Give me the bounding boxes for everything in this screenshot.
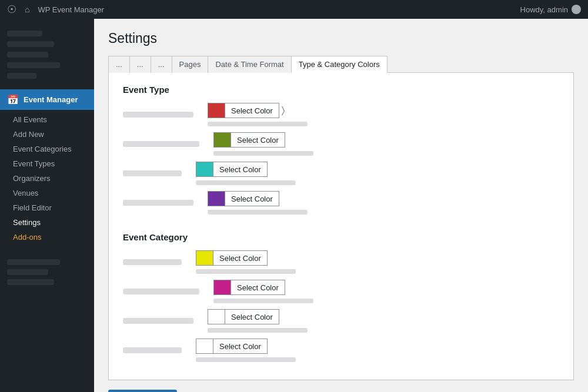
- select-color-btn-cat-2[interactable]: Select Color: [225, 309, 279, 324]
- tab-1[interactable]: ...: [129, 56, 151, 73]
- event-category-row-3: Select Color: [123, 339, 559, 362]
- tab-2[interactable]: ...: [151, 56, 172, 73]
- tab-date-time-format[interactable]: Date & Time Format: [208, 56, 291, 73]
- sidebar-item-organizers[interactable]: Organizers: [0, 171, 94, 186]
- event-type-color-control-1: Select Color: [213, 132, 313, 156]
- event-type-color-control-0: Select Color 〉: [208, 103, 308, 126]
- event-type-label-2: [123, 170, 182, 176]
- main-content: Settings ... ... ... Pages Date & Time F…: [94, 19, 588, 392]
- color-swatch-cat-0[interactable]: [196, 250, 213, 266]
- event-category-section: Event Category Select Color: [123, 232, 559, 362]
- home-icon[interactable]: ⌂: [25, 5, 29, 14]
- color-swatch-0[interactable]: [208, 103, 225, 118]
- color-value-placeholder-0: [208, 122, 308, 126]
- event-category-row-0: Select Color: [123, 250, 559, 274]
- select-color-btn-cat-1[interactable]: Select Color: [231, 280, 285, 295]
- event-type-row-2: Select Color: [123, 162, 559, 185]
- user-avatar-icon: [572, 5, 581, 14]
- event-category-row-2: Select Color: [123, 309, 559, 333]
- select-color-btn-0[interactable]: Select Color: [225, 103, 279, 118]
- color-value-placeholder-2: [196, 180, 296, 185]
- page-title: Settings: [108, 31, 574, 46]
- event-category-row-1: Select Color: [123, 280, 559, 303]
- color-value-placeholder-cat-0: [196, 269, 296, 274]
- wp-logo-icon[interactable]: ☉: [7, 3, 16, 16]
- color-swatch-cat-3[interactable]: [196, 339, 213, 354]
- tab-bar: ... ... ... Pages Date & Time Format Typ…: [108, 56, 574, 73]
- event-type-label-0: [123, 112, 193, 118]
- sidebar-event-manager-label: Event Manager: [24, 95, 78, 104]
- settings-panel: Event Type Select Color 〉: [108, 73, 574, 380]
- tab-pages[interactable]: Pages: [172, 56, 209, 73]
- sidebar-item-field-editor[interactable]: Field Editor: [0, 200, 94, 215]
- color-swatch-cat-2[interactable]: [208, 309, 225, 324]
- event-category-color-control-1: Select Color: [213, 280, 313, 303]
- event-category-label-1: [123, 289, 199, 294]
- event-category-title: Event Category: [123, 232, 559, 242]
- sidebar-item-event-categories[interactable]: Event Categories: [0, 142, 94, 156]
- event-type-color-control-3: Select Color: [208, 191, 308, 215]
- event-category-color-control-3: Select Color: [196, 339, 296, 362]
- sidebar-item-addons[interactable]: Add-ons: [0, 230, 94, 244]
- event-category-label-0: [123, 259, 182, 265]
- event-category-color-control-2: Select Color: [208, 309, 308, 333]
- sidebar-item-settings[interactable]: Settings: [0, 215, 94, 230]
- color-value-placeholder-1: [213, 151, 313, 156]
- admin-bar: ☉ ⌂ WP Event Manager Howdy, admin: [0, 0, 588, 19]
- color-value-placeholder-cat-2: [208, 328, 308, 333]
- event-type-row-0: Select Color 〉: [123, 103, 559, 126]
- event-type-title: Event Type: [123, 85, 559, 95]
- sidebar-event-manager[interactable]: 📅 Event Manager: [0, 89, 94, 110]
- tab-0[interactable]: ...: [108, 56, 130, 73]
- site-name[interactable]: WP Event Manager: [38, 5, 103, 14]
- sidebar-item-venues[interactable]: Venues: [0, 186, 94, 200]
- select-color-btn-1[interactable]: Select Color: [231, 132, 285, 148]
- event-category-label-3: [123, 347, 182, 353]
- event-type-row-1: Select Color: [123, 132, 559, 156]
- color-value-placeholder-3: [208, 210, 308, 215]
- event-type-color-control-2: Select Color: [196, 162, 296, 185]
- color-swatch-3[interactable]: [208, 191, 225, 206]
- select-color-btn-2[interactable]: Select Color: [213, 162, 268, 177]
- color-value-placeholder-cat-1: [213, 299, 313, 303]
- color-value-placeholder-cat-3: [196, 357, 296, 362]
- event-type-section: Event Type Select Color 〉: [123, 85, 559, 215]
- select-color-btn-cat-3[interactable]: Select Color: [213, 339, 268, 354]
- event-category-label-2: [123, 318, 193, 324]
- event-type-label-3: [123, 200, 193, 206]
- color-swatch-cat-1[interactable]: [213, 280, 231, 295]
- event-type-row-3: Select Color: [123, 191, 559, 215]
- calendar-icon: 📅: [7, 94, 19, 105]
- sidebar-menu: All Events Add New Event Categories Even…: [0, 110, 94, 247]
- tab-type-category-colors[interactable]: Type & Category Colors: [291, 56, 387, 73]
- select-color-btn-3[interactable]: Select Color: [225, 191, 279, 206]
- event-type-label-1: [123, 141, 199, 147]
- color-swatch-2[interactable]: [196, 162, 213, 177]
- sidebar: 📅 Event Manager All Events Add New Event…: [0, 19, 94, 392]
- cursor-icon-0: 〉: [282, 106, 285, 115]
- user-greeting: Howdy, admin: [520, 5, 568, 14]
- select-color-btn-cat-0[interactable]: Select Color: [213, 250, 268, 266]
- color-swatch-1[interactable]: [213, 132, 231, 148]
- sidebar-item-all-events[interactable]: All Events: [0, 112, 94, 127]
- sidebar-item-add-new[interactable]: Add New: [0, 127, 94, 142]
- save-changes-button[interactable]: Save Changes: [108, 390, 177, 392]
- sidebar-item-event-types[interactable]: Event Types: [0, 156, 94, 171]
- event-category-color-control-0: Select Color: [196, 250, 296, 274]
